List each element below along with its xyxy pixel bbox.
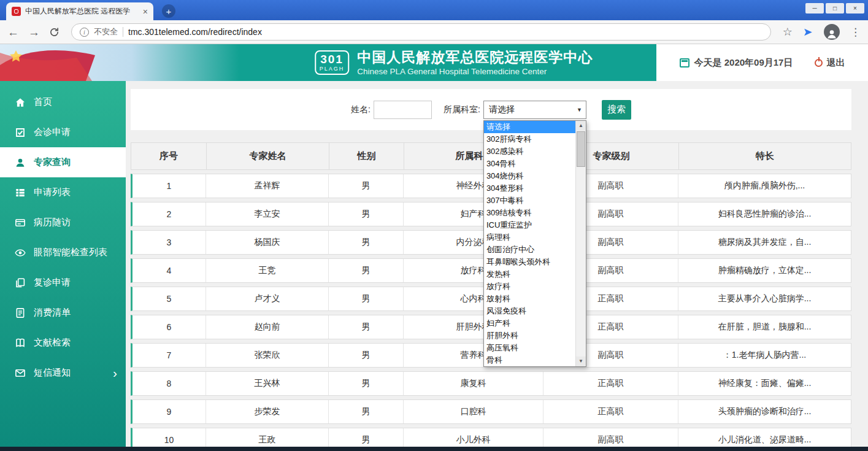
dropdown-option[interactable]: 妇产科 xyxy=(484,317,575,330)
department-selected-value: 请选择 xyxy=(489,104,515,115)
table-cell: 口腔科 xyxy=(403,400,543,423)
table-cell: 男 xyxy=(328,174,403,198)
table-cell: 男 xyxy=(328,287,403,310)
today-date: 今天是 2020年09月17日 xyxy=(680,57,793,69)
dropdown-option[interactable]: 高压氧科 xyxy=(484,342,575,354)
scroll-down-icon[interactable]: ▼ xyxy=(576,357,586,366)
table-cell: 颅内肿瘤,颅脑外伤,... xyxy=(678,174,851,198)
department-select[interactable]: 请选择 ▼ xyxy=(483,101,586,119)
header-banner-image xyxy=(0,44,239,81)
department-label: 所属科室: xyxy=(444,104,480,115)
sidebar-item-book[interactable]: 文献检索 › xyxy=(0,328,126,358)
dropdown-option[interactable]: 309结核专科 xyxy=(484,207,575,219)
logout-button[interactable]: 退出 xyxy=(815,57,845,69)
name-input[interactable] xyxy=(374,101,432,119)
calendar-icon xyxy=(680,58,689,67)
dropdown-option[interactable]: ICU重症监护 xyxy=(484,219,575,231)
table-cell: 王竞 xyxy=(205,259,328,282)
bookmark-star-icon[interactable]: ☆ xyxy=(783,26,793,37)
search-panel: 姓名: 所属科室: 请选择 ▼ 请选择302肝病专科302感染科304骨科304… xyxy=(131,89,851,130)
sidebar-item-document[interactable]: 消费清单 › xyxy=(0,298,126,328)
home-icon xyxy=(15,97,26,108)
dropdown-option[interactable]: 病理科 xyxy=(484,231,575,244)
table-cell: 卢才义 xyxy=(205,287,328,310)
card-icon xyxy=(15,217,26,228)
search-button[interactable]: 搜索 xyxy=(602,100,631,120)
dropdown-option[interactable]: 304烧伤科 xyxy=(484,170,575,182)
dropdown-option[interactable]: 302感染科 xyxy=(484,145,575,158)
chevron-right-icon: › xyxy=(113,366,117,379)
table-cell: 张荣欣 xyxy=(205,344,328,367)
dropdown-option[interactable]: 放疗科 xyxy=(484,280,575,293)
table-cell: 孟祥辉 xyxy=(205,174,328,198)
sidebar-menu: 首页 › 会诊申请 › 专家查询 › 申请列表 › 病历随访 › 眼部智能检查列… xyxy=(0,87,126,388)
dropdown-option[interactable]: 307中毒科 xyxy=(484,195,575,207)
browser-menu-icon[interactable]: ⋮ xyxy=(850,27,861,37)
dropdown-option[interactable]: 创面治疗中心 xyxy=(484,244,575,256)
sidebar-item-mail[interactable]: 短信通知 › xyxy=(0,358,126,388)
dropdown-option[interactable]: 发热科 xyxy=(484,268,575,280)
divider xyxy=(123,27,123,37)
list-icon xyxy=(15,187,26,198)
document-icon xyxy=(15,307,26,318)
dropdown-scrollbar[interactable]: ▲ ▼ xyxy=(575,121,586,366)
dropdown-option[interactable]: 302肝病专科 xyxy=(484,133,575,145)
dropdown-option[interactable]: 风湿免疫科 xyxy=(484,305,575,317)
sidebar-item-home[interactable]: 首页 › xyxy=(0,87,126,117)
window-titlebar: 中国人民解放军总医院 远程医学 × + ─ □ × xyxy=(0,0,868,20)
tab-title: 中国人民解放军总医院 远程医学 xyxy=(25,6,139,17)
table-cell: 男 xyxy=(328,400,403,423)
dropdown-option[interactable]: 304整形科 xyxy=(484,182,575,195)
scroll-up-icon[interactable]: ▲ xyxy=(576,121,586,131)
table-cell: 男 xyxy=(328,372,403,395)
table-cell: 头颈肿瘤的诊断和治疗... xyxy=(678,400,851,423)
sidebar-item-card[interactable]: 病历随访 › xyxy=(0,207,126,237)
scrollbar-thumb[interactable] xyxy=(577,131,585,167)
department-select-wrap: 请选择 ▼ 请选择302肝病专科302感染科304骨科304烧伤科304整形科3… xyxy=(483,101,586,119)
tab-close-icon[interactable]: × xyxy=(143,7,148,16)
dropdown-option[interactable]: 304骨科 xyxy=(484,158,575,170)
sidebar-item-list[interactable]: 申请列表 › xyxy=(0,177,126,207)
table-cell: 5 xyxy=(133,287,205,310)
eye-icon xyxy=(15,247,26,258)
sidebar-item-user[interactable]: 专家查询 › xyxy=(0,147,126,177)
table-row[interactable]: 8王兴林男康复科正高职神经康复：面瘫、偏瘫... xyxy=(131,371,851,396)
minimize-button[interactable]: ─ xyxy=(805,3,824,13)
browser-toolbar: ← → i 不安全 tmc.301telemed.com/redirect/in… xyxy=(0,20,868,44)
site-info-icon[interactable]: i xyxy=(80,28,89,37)
browser-tab[interactable]: 中国人民解放军总医院 远程医学 × xyxy=(6,2,153,20)
table-cell: 3 xyxy=(133,231,205,254)
table-cell: 男 xyxy=(328,315,403,339)
sidebar-item-check-square[interactable]: 会诊申请 › xyxy=(0,117,126,147)
dropdown-option[interactable]: 骨科 xyxy=(484,354,575,366)
close-button[interactable]: × xyxy=(846,3,864,13)
table-cell: 4 xyxy=(133,259,205,282)
dropdown-option[interactable]: 请选择 xyxy=(484,121,575,133)
dropdown-option[interactable]: 肝胆外科 xyxy=(484,330,575,342)
table-cell: 男 xyxy=(328,231,403,254)
table-header-cell: 特长 xyxy=(678,143,851,169)
extension-icon[interactable] xyxy=(803,27,813,37)
table-cell: 男 xyxy=(328,344,403,367)
table-cell: 男 xyxy=(328,202,403,226)
refresh-icon[interactable] xyxy=(49,27,60,37)
new-tab-button[interactable]: + xyxy=(162,4,175,18)
forward-icon[interactable]: → xyxy=(28,26,40,38)
security-label: 不安全 xyxy=(94,26,118,37)
profile-avatar[interactable] xyxy=(824,24,840,40)
name-label: 姓名: xyxy=(351,104,371,115)
sidebar-item-copy[interactable]: 复诊申请 › xyxy=(0,268,126,298)
header-brand: 301 PLAGH 中国人民解放军总医院远程医学中心 Chinese PLA G… xyxy=(315,44,593,81)
app-header: 301 PLAGH 中国人民解放军总医院远程医学中心 Chinese PLA G… xyxy=(0,44,868,81)
sidebar-item-eye[interactable]: 眼部智能检查列表 › xyxy=(0,237,126,268)
table-row[interactable]: 9步荣发男口腔科正高职头颈肿瘤的诊断和治疗... xyxy=(131,399,851,424)
table-cell: 王兴林 xyxy=(205,372,328,395)
dropdown-option[interactable]: 放射科 xyxy=(484,293,575,305)
logout-label: 退出 xyxy=(826,57,845,69)
table-header-cell: 专家姓名 xyxy=(206,143,329,169)
dropdown-option[interactable]: 耳鼻咽喉头颈外科 xyxy=(484,256,575,268)
maximize-button[interactable]: □ xyxy=(826,3,844,13)
back-icon[interactable]: ← xyxy=(7,26,19,38)
table-cell: 赵向前 xyxy=(205,315,328,339)
address-bar[interactable]: i 不安全 tmc.301telemed.com/redirect/index xyxy=(71,23,771,40)
